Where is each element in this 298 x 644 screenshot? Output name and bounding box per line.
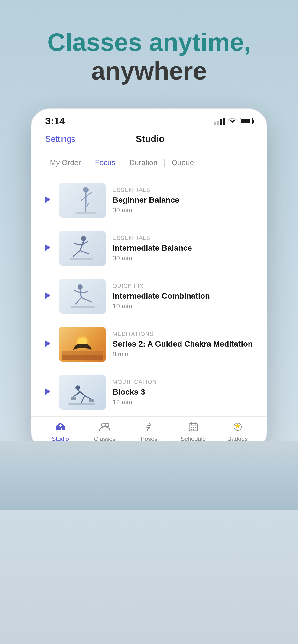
svg-line-8 bbox=[80, 241, 84, 250]
svg-line-19 bbox=[81, 298, 92, 302]
svg-line-15 bbox=[80, 290, 81, 298]
class-name: Intermediate Balance bbox=[113, 243, 253, 253]
class-name: Blocks 3 bbox=[113, 387, 253, 397]
wifi-icon bbox=[228, 117, 236, 126]
class-info: ESSENTIALS Beginner Balance 30 min bbox=[113, 187, 253, 214]
badges-icon bbox=[232, 421, 243, 434]
class-thumbnail bbox=[59, 183, 106, 218]
svg-line-17 bbox=[81, 292, 88, 293]
class-duration: 30 min bbox=[113, 254, 253, 262]
tab-my-order[interactable]: My Order bbox=[45, 156, 85, 169]
filter-tabs: My Order Focus Duration Queue bbox=[31, 149, 267, 176]
class-thumbnail bbox=[59, 231, 106, 266]
svg-line-3 bbox=[86, 192, 92, 197]
svg-rect-41 bbox=[193, 427, 194, 428]
nav-schedule[interactable]: Schedule bbox=[177, 421, 210, 442]
svg-point-0 bbox=[83, 187, 89, 193]
schedule-icon bbox=[188, 421, 199, 434]
nav-classes[interactable]: Classes bbox=[88, 421, 121, 442]
svg-line-2 bbox=[81, 197, 86, 200]
svg-rect-32 bbox=[89, 399, 94, 402]
class-duration: 12 min bbox=[113, 398, 253, 406]
svg-point-25 bbox=[75, 385, 80, 390]
class-name: Series 2: A Guided Chakra Meditation bbox=[113, 339, 253, 349]
class-thumbnail bbox=[59, 279, 106, 314]
class-name: Intermediate Combination bbox=[113, 291, 253, 301]
class-item[interactable]: MODIFICATION Blocks 3 12 min bbox=[31, 368, 267, 416]
svg-line-30 bbox=[85, 396, 92, 399]
studio-icon bbox=[55, 421, 66, 434]
svg-line-12 bbox=[80, 250, 89, 254]
svg-rect-42 bbox=[195, 427, 196, 428]
class-item[interactable]: QUICK FIX Intermediate Combination 10 mi… bbox=[31, 272, 267, 320]
class-duration: 8 min bbox=[113, 350, 253, 358]
phone-frame: 3:14 Settings Studio bbox=[31, 108, 267, 450]
play-button[interactable] bbox=[45, 196, 52, 204]
svg-rect-40 bbox=[191, 427, 192, 428]
svg-rect-20 bbox=[71, 306, 95, 308]
class-category: MODIFICATION bbox=[113, 379, 253, 385]
class-category: QUICK FIX bbox=[113, 283, 253, 289]
svg-point-35 bbox=[105, 423, 109, 427]
hero-section: Classes anytime, anywhere bbox=[0, 0, 298, 104]
waterfront-area bbox=[0, 441, 298, 510]
navigation-bar: Settings Studio bbox=[31, 129, 267, 149]
play-button[interactable] bbox=[45, 292, 52, 300]
svg-point-34 bbox=[101, 423, 105, 427]
svg-rect-43 bbox=[191, 429, 192, 430]
nav-studio[interactable]: Studio bbox=[44, 421, 77, 442]
svg-line-18 bbox=[75, 298, 81, 304]
signal-icon bbox=[214, 118, 225, 125]
svg-line-28 bbox=[73, 392, 80, 397]
main-content: My Order Focus Duration Queue bbox=[31, 149, 267, 450]
status-time: 3:14 bbox=[45, 116, 65, 127]
tab-divider-1 bbox=[88, 158, 88, 167]
svg-rect-44 bbox=[193, 429, 194, 430]
tab-divider-2 bbox=[122, 158, 122, 167]
svg-line-29 bbox=[81, 396, 85, 403]
svg-rect-6 bbox=[75, 212, 96, 214]
class-category: MEDITATIONS bbox=[113, 331, 253, 337]
settings-button[interactable]: Settings bbox=[45, 134, 75, 144]
class-duration: 30 min bbox=[113, 206, 253, 214]
class-thumbnail bbox=[59, 375, 106, 410]
tab-divider-3 bbox=[164, 158, 165, 167]
class-info: MEDITATIONS Series 2: A Guided Chakra Me… bbox=[113, 331, 253, 358]
class-item[interactable]: ESSENTIALS Intermediate Balance 30 min bbox=[31, 224, 267, 272]
hero-title-line1: Classes anytime, bbox=[19, 28, 279, 56]
svg-rect-13 bbox=[70, 258, 93, 260]
class-thumbnail bbox=[59, 327, 106, 362]
nav-poses[interactable]: Poses bbox=[133, 421, 165, 442]
status-bar: 3:14 bbox=[31, 109, 267, 129]
nav-title: Studio bbox=[136, 134, 165, 144]
class-name: Beginner Balance bbox=[113, 195, 253, 205]
tab-queue[interactable]: Queue bbox=[167, 156, 198, 169]
svg-rect-31 bbox=[71, 397, 76, 400]
tab-duration[interactable]: Duration bbox=[125, 156, 162, 169]
class-info: MODIFICATION Blocks 3 12 min bbox=[113, 379, 253, 406]
nav-badges[interactable]: Badges bbox=[221, 421, 254, 442]
svg-point-7 bbox=[81, 236, 86, 241]
svg-point-14 bbox=[78, 284, 83, 290]
class-item[interactable]: ESSENTIALS Beginner Balance 30 min bbox=[31, 176, 267, 224]
svg-rect-33 bbox=[69, 403, 95, 404]
class-item[interactable]: MEDITATIONS Series 2: A Guided Chakra Me… bbox=[31, 320, 267, 368]
svg-rect-24 bbox=[62, 355, 103, 360]
battery-icon bbox=[240, 118, 253, 124]
svg-line-11 bbox=[73, 250, 80, 256]
svg-marker-46 bbox=[235, 424, 240, 428]
classes-icon bbox=[99, 421, 111, 434]
class-info: ESSENTIALS Intermediate Balance 30 min bbox=[113, 235, 253, 262]
class-list: ESSENTIALS Beginner Balance 30 min bbox=[31, 176, 267, 416]
play-button[interactable] bbox=[45, 388, 52, 396]
class-info: QUICK FIX Intermediate Combination 10 mi… bbox=[113, 283, 253, 310]
svg-line-9 bbox=[74, 244, 82, 245]
status-icons bbox=[214, 117, 253, 126]
class-duration: 10 min bbox=[113, 302, 253, 310]
class-category: ESSENTIALS bbox=[113, 187, 253, 193]
play-button[interactable] bbox=[45, 244, 52, 252]
play-button[interactable] bbox=[45, 340, 52, 348]
poses-icon bbox=[144, 421, 154, 434]
tab-focus[interactable]: Focus bbox=[90, 156, 120, 169]
hero-title-line2: anywhere bbox=[19, 56, 279, 85]
